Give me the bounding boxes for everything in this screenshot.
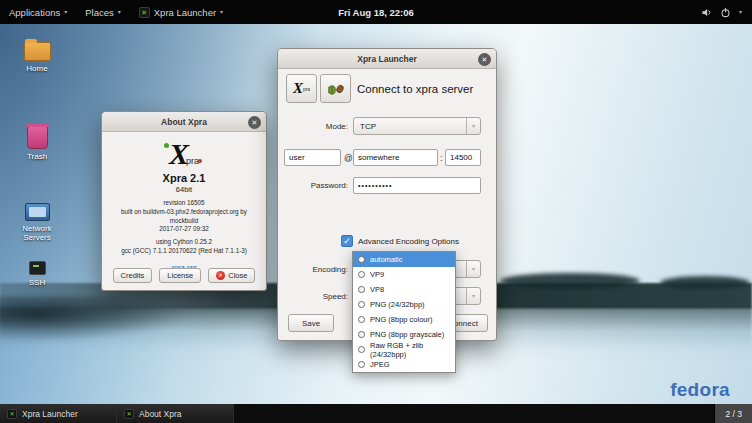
about-build-info: revision 16505 built on buildvm-03.phx2.… bbox=[102, 199, 266, 256]
radio-icon bbox=[358, 346, 365, 353]
encoding-option-raw-rgb[interactable]: Raw RGB + zlib (24/32bpp) bbox=[353, 342, 455, 357]
launcher-heading: Connect to xpra server bbox=[357, 83, 473, 95]
applications-label: Applications bbox=[9, 7, 60, 18]
encoding-option-jpeg[interactable]: JPEG bbox=[353, 357, 455, 372]
bugs-icon bbox=[326, 81, 346, 97]
chevron-down-icon: ▾ bbox=[466, 118, 480, 134]
bug-icons-button[interactable] bbox=[320, 74, 351, 103]
credits-button[interactable]: Credits bbox=[113, 268, 153, 283]
rocks-silhouette bbox=[0, 296, 185, 342]
taskbar-item-about-xpra[interactable]: ✕ About Xpra bbox=[117, 404, 234, 423]
chevron-down-icon: ▾ bbox=[64, 9, 67, 15]
active-app-menu[interactable]: ✕ Xpra Launcher ▾ bbox=[130, 0, 232, 24]
radio-icon bbox=[358, 286, 365, 293]
logo-red-dot bbox=[198, 159, 202, 163]
encoding-option-vp8[interactable]: VP8 bbox=[353, 282, 455, 297]
home-folder-icon bbox=[24, 42, 51, 61]
mode-select[interactable]: TCP ▾ bbox=[353, 117, 481, 135]
radio-icon bbox=[358, 361, 365, 368]
encoding-option-label: PNG (24/32bpp) bbox=[370, 300, 425, 309]
at-separator: @ bbox=[344, 153, 353, 163]
speed-label: Speed: bbox=[288, 292, 348, 301]
host-input[interactable] bbox=[353, 149, 438, 166]
encoding-option-label: automatic bbox=[370, 255, 403, 264]
password-input[interactable] bbox=[353, 177, 481, 194]
terminal-icon bbox=[29, 261, 46, 275]
close-icon: ✕ bbox=[216, 271, 225, 280]
about-window-titlebar[interactable]: About Xpra ✕ bbox=[102, 112, 266, 132]
launcher-titlebar[interactable]: Xpra Launcher ✕ bbox=[278, 49, 496, 69]
about-window-title: About Xpra bbox=[161, 117, 207, 127]
top-bar: Applications ▾ Places ▾ ✕ Xpra Launcher … bbox=[0, 0, 752, 24]
taskbar-item-label: Xpra Launcher bbox=[22, 409, 78, 419]
applications-menu[interactable]: Applications ▾ bbox=[0, 0, 76, 24]
trash-icon bbox=[27, 126, 48, 149]
taskbar: ✕ Xpra Launcher ✕ About Xpra 2 / 3 bbox=[0, 404, 752, 423]
desktop-icon-label: Trash bbox=[8, 152, 66, 161]
xpra-app-icon: ✕ bbox=[7, 409, 17, 419]
desktop-icon-label: Home bbox=[8, 64, 66, 73]
username-input[interactable] bbox=[284, 149, 341, 166]
close-icon[interactable]: ✕ bbox=[248, 116, 261, 129]
radio-icon bbox=[358, 301, 365, 308]
desktop-icon-label: SSH bbox=[8, 278, 66, 287]
xpra-logo-button[interactable]: Xpra bbox=[286, 74, 317, 103]
desktop-icon-home[interactable]: Home bbox=[8, 42, 66, 73]
chevron-down-icon: ▾ bbox=[118, 9, 121, 15]
desktop-screen: fedora Home Trash Network Servers SSH Ap… bbox=[0, 0, 752, 423]
system-status-area[interactable]: ▾ bbox=[701, 0, 752, 24]
license-button[interactable]: License bbox=[159, 268, 201, 283]
encoding-option-png8-colour[interactable]: PNG (8bpp colour) bbox=[353, 312, 455, 327]
desktop-icon-label: Network Servers bbox=[8, 224, 66, 242]
encoding-dropdown-popup: automatic VP9 VP8 PNG (24/32bpp) PNG (8b… bbox=[352, 251, 456, 373]
about-gcc: gcc (GCC) 7.1.1 20170622 (Red Hat 7.1.1-… bbox=[108, 247, 260, 256]
radio-icon bbox=[358, 316, 365, 323]
encoding-option-label: PNG (8bpp colour) bbox=[370, 315, 433, 324]
radio-icon bbox=[358, 331, 365, 338]
license-label: License bbox=[167, 271, 193, 280]
encoding-option-label: PNG (8bpp grayscale) bbox=[370, 330, 444, 339]
advanced-encoding-checkbox[interactable]: ✓ bbox=[341, 235, 353, 247]
encoding-option-label: Raw RGB + zlib (24/32bpp) bbox=[370, 341, 450, 359]
xpra-mini-logo-text: pra bbox=[303, 86, 310, 92]
port-input[interactable] bbox=[445, 149, 481, 166]
places-label: Places bbox=[85, 7, 114, 18]
places-menu[interactable]: Places ▾ bbox=[76, 0, 130, 24]
encoding-option-label: JPEG bbox=[370, 360, 390, 369]
radio-icon bbox=[358, 256, 365, 263]
close-button[interactable]: ✕ Close bbox=[208, 268, 255, 283]
about-app-name: Xpra 2.1 bbox=[102, 172, 266, 184]
close-icon[interactable]: ✕ bbox=[478, 53, 491, 66]
credits-label: Credits bbox=[121, 271, 145, 280]
desktop-icon-network-servers[interactable]: Network Servers bbox=[8, 203, 66, 242]
about-arch: 64bit bbox=[102, 185, 266, 194]
close-label: Close bbox=[228, 271, 247, 280]
xpra-logo: Xpra bbox=[102, 137, 266, 171]
desktop-icon-ssh[interactable]: SSH bbox=[8, 261, 66, 287]
xpra-app-icon: ✕ bbox=[124, 409, 134, 419]
chevron-down-icon: ▾ bbox=[466, 261, 480, 277]
taskbar-item-label: About Xpra bbox=[139, 409, 182, 419]
workspace-indicator[interactable]: 2 / 3 bbox=[714, 404, 752, 423]
about-revision: revision 16505 bbox=[108, 199, 260, 208]
chevron-down-icon: ▾ bbox=[220, 9, 223, 15]
chevron-down-icon: ▾ bbox=[466, 288, 480, 304]
fedora-wordmark: fedora bbox=[670, 379, 730, 401]
port-separator: : bbox=[440, 153, 442, 163]
encoding-label: Encoding: bbox=[288, 265, 348, 274]
about-built-line: built on buildvm-03.phx2.fedoraproject.o… bbox=[108, 208, 260, 226]
desktop-icon-trash[interactable]: Trash bbox=[8, 126, 66, 161]
about-button-row: Credits License ✕ Close bbox=[102, 268, 266, 283]
volume-icon bbox=[701, 7, 712, 18]
encoding-option-vp9[interactable]: VP9 bbox=[353, 267, 455, 282]
save-button[interactable]: Save bbox=[288, 314, 334, 332]
active-app-label: Xpra Launcher bbox=[154, 7, 216, 18]
taskbar-item-xpra-launcher[interactable]: ✕ Xpra Launcher bbox=[0, 404, 117, 423]
advanced-encoding-label: Advanced Encoding Options bbox=[358, 237, 459, 246]
encoding-option-automatic[interactable]: automatic bbox=[353, 252, 455, 267]
xpra-app-icon: ✕ bbox=[139, 7, 150, 18]
about-cython: using Cython 0.25.2 bbox=[108, 238, 260, 247]
encoding-option-png24[interactable]: PNG (24/32bpp) bbox=[353, 297, 455, 312]
mode-label: Mode: bbox=[288, 122, 348, 131]
clock[interactable]: Fri Aug 18, 22:06 bbox=[338, 7, 414, 18]
